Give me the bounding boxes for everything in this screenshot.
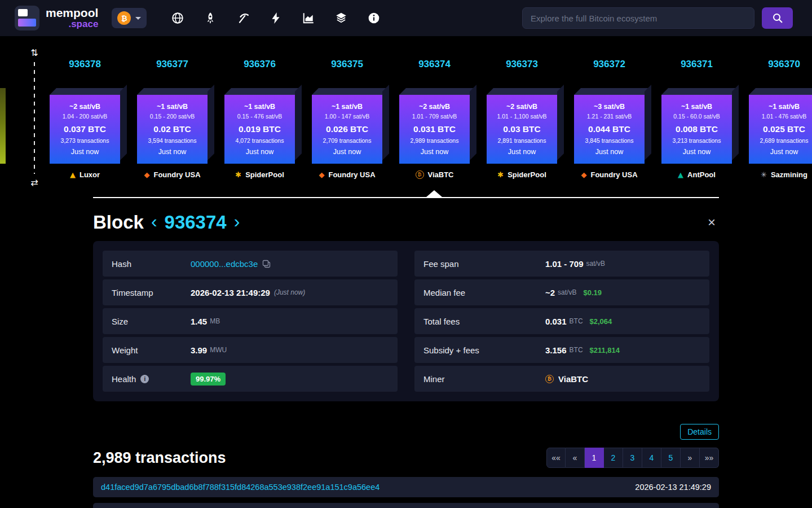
block-total-btc: 0.026 BTC [326,124,368,134]
block-slot: 936372 ~3 sat/vB 1.21 - 231 sat/vB 0.044… [566,58,653,179]
miner-link[interactable]: ViaBTC [558,374,588,384]
mempool-block-partial[interactable] [0,88,6,164]
block-hash-link[interactable]: 000000...edcbc3e [191,259,258,269]
timestamp-label: Timestamp [112,288,191,297]
mining-pool-link[interactable]: ✱ SpiderPool [235,170,284,179]
pagination-page-5[interactable]: 5 [661,448,681,468]
block-height-link[interactable]: 936372 [593,58,625,71]
globe-icon[interactable] [171,12,184,24]
timestamp-note: (Just now) [274,288,305,296]
pagination-page-2[interactable]: 2 [604,448,623,468]
prev-block-chevron-icon[interactable]: ‹ [151,212,157,233]
median-fee-label: Median fee [423,288,545,297]
block-fee-range: 1.21 - 231 sat/vB [587,113,632,120]
pagination-last[interactable]: »» [700,448,719,468]
mining-pool-link[interactable]: ◆ Foundry USA [581,170,637,179]
block-cube[interactable]: ~2 sat/vB 1.04 - 200 sat/vB 0.037 BTC 3,… [50,95,120,164]
block-cube-side [645,85,651,160]
mempool-logo[interactable]: mempool .space [15,6,98,30]
blockchain-strip: ⇅ ⇄ 936378 ~2 sat/vB 1.04 - 200 sat/vB 0… [0,36,812,197]
close-icon[interactable]: × [708,216,716,229]
rocket-icon[interactable] [204,12,217,24]
block-height-link[interactable]: 936376 [244,58,276,71]
block-cube-side [208,85,214,160]
chevron-down-icon [135,17,141,20]
pagination-next[interactable]: » [681,448,700,468]
health-badge: 99.97% [191,373,226,386]
transaction-id-link[interactable]: d41faced9d7a6795dbad6b8f788f315fd84268a5… [101,483,379,492]
block-cube[interactable]: ~1 sat/vB 1.00 - 147 sat/vB 0.026 BTC 2,… [312,95,382,164]
detail-column-right: Fee span 1.01 - 709 sat/vB Median fee ~2… [414,251,709,392]
block-cube[interactable]: ~2 sat/vB 1.01 - 709 sat/vB 0.031 BTC 2,… [399,95,470,164]
copy-icon[interactable] [262,260,271,268]
block-height-title: 936374 [165,212,227,233]
block-median-fee: ~3 sat/vB [594,103,625,111]
pool-foundry-icon: ◆ [144,171,149,178]
details-button-row: Details [93,424,719,440]
layers-icon[interactable] [335,12,347,24]
search-button[interactable] [762,7,793,29]
logo-block-gradient [18,19,36,27]
hash-label: Hash [112,259,191,269]
pagination-first[interactable]: «« [546,448,566,468]
lightning-icon[interactable] [270,12,282,24]
fee-span-label: Fee span [423,259,545,269]
docs-icon[interactable] [368,12,380,24]
block-cube-top [487,88,564,95]
mining-pool-link[interactable]: ▲ AntPool [678,170,716,179]
block-cube-face: ~1 sat/vB 0.15 - 200 sat/vB 0.02 BTC 3,5… [137,95,208,164]
block-cube[interactable]: ~2 sat/vB 1.01 - 1,100 sat/vB 0.03 BTC 2… [487,95,557,164]
pool-luxor-icon: ▲ [70,171,76,178]
mining-pool-name: SpiderPool [245,170,284,179]
pagination-page-4[interactable]: 4 [642,448,661,468]
block-cube[interactable]: ~1 sat/vB 0.15 - 476 sat/vB 0.019 BTC 4,… [224,95,295,164]
scroll-horizontal-icon[interactable]: ⇄ [28,178,41,187]
block-slot: 936375 ~1 sat/vB 1.00 - 147 sat/vB 0.026… [303,58,391,179]
block-tx-count: 3,273 transactions [61,137,109,144]
next-block-chevron-icon[interactable]: › [234,212,240,233]
block-height-link[interactable]: 936371 [681,58,713,71]
block-height-link[interactable]: 936370 [768,58,800,71]
block-height-link[interactable]: 936375 [331,58,363,71]
pagination-prev[interactable]: « [566,448,585,468]
details-button[interactable]: Details [680,424,719,440]
block-cube[interactable]: ~1 sat/vB 0.15 - 200 sat/vB 0.02 BTC 3,5… [137,95,208,164]
mining-pool-link[interactable]: ₿ ViaBTC [416,170,454,179]
transaction-row: d41faced9d7a6795dbad6b8f788f315fd84268a5… [93,477,719,497]
mining-pool-link[interactable]: ✳ Sazmining [761,170,807,179]
block-cube-face: ~1 sat/vB 1.01 - 476 sat/vB 0.025 BTC 2,… [749,95,812,164]
mining-pool-link[interactable]: ✱ SpiderPool [497,170,546,179]
page-title: Block [93,212,144,233]
block-fee-range: 1.01 - 709 sat/vB [412,113,457,120]
block-total-btc: 0.037 BTC [64,124,106,134]
block-height-link[interactable]: 936377 [156,58,188,71]
block-height-link[interactable]: 936378 [69,58,101,71]
info-icon[interactable]: i [140,375,149,383]
mining-icon[interactable] [237,12,249,24]
scroll-vertical-icon[interactable]: ⇅ [28,49,41,58]
bitcoin-icon: ₿ [117,11,131,25]
block-height-link[interactable]: 936374 [418,58,451,71]
mining-pool-link[interactable]: ◆ Foundry USA [319,170,375,179]
block-total-btc: 0.044 BTC [588,124,630,134]
search-input[interactable] [522,7,754,29]
mining-pool-link[interactable]: ▲ Luxor [70,170,100,179]
block-cube[interactable]: ~1 sat/vB 0.15 - 60.0 sat/vB 0.008 BTC 3… [661,95,732,164]
block-cube[interactable]: ~3 sat/vB 1.21 - 231 sat/vB 0.044 BTC 3,… [574,95,645,164]
block-height-link[interactable]: 936373 [506,58,538,71]
block-tx-count: 2,989 transactions [411,137,459,144]
block-cube-side [470,85,476,160]
block-cube[interactable]: ~1 sat/vB 1.01 - 476 sat/vB 0.025 BTC 2,… [749,95,812,164]
mining-pool-link[interactable]: ◆ Foundry USA [144,170,200,179]
block-time: Just now [158,148,186,156]
detail-row-size: Size 1.45 MB [103,308,398,334]
block-total-btc: 0.008 BTC [676,124,718,134]
size-label: Size [112,317,191,326]
pagination-page-1[interactable]: 1 [585,448,604,468]
graphs-icon[interactable] [302,12,315,24]
pagination-page-3[interactable]: 3 [623,448,642,468]
block-fee-range: 0.15 - 200 sat/vB [150,113,195,120]
network-selector[interactable]: ₿ [112,8,147,28]
block-tx-count: 2,709 transactions [323,137,372,144]
block-title-row: Block ‹ 936374 › × [93,209,719,235]
